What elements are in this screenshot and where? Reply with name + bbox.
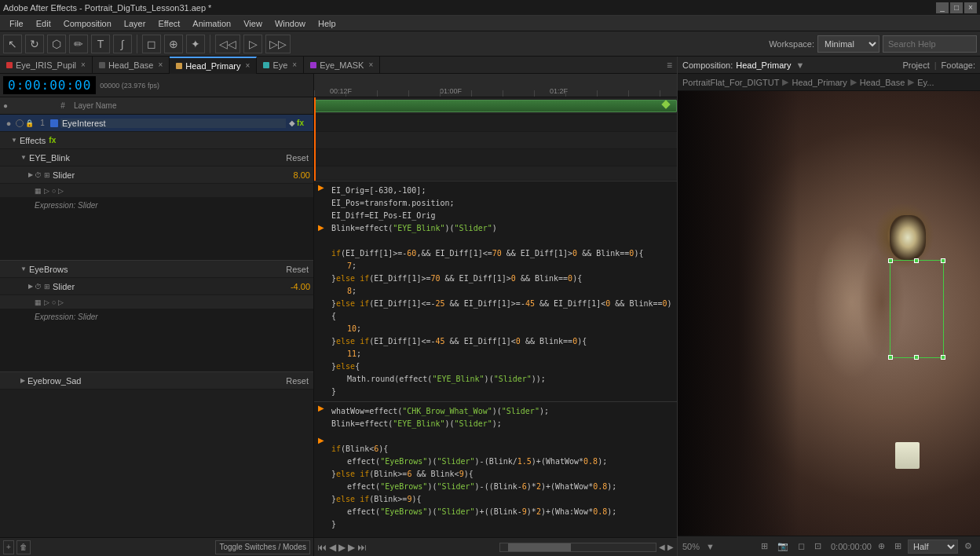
tool-pen[interactable]: ✏ (69, 35, 88, 53)
tool-puppet[interactable]: ✦ (186, 35, 205, 53)
tab-head-primary[interactable]: Head_Primary × (170, 57, 257, 74)
delete-layer-button[interactable]: 🗑 (16, 540, 31, 554)
tab-close-eye[interactable]: × (292, 60, 297, 69)
tab-close-eye-iris[interactable]: × (81, 60, 86, 69)
comp-channel-button[interactable]: ⊕ (875, 540, 888, 553)
eyebrows-slider-row[interactable]: ▶ ⏱ ⊞ Slider -4.00 (0, 278, 313, 295)
breadcrumb-2[interactable]: Head_Primary (792, 78, 847, 87)
search-input[interactable] (883, 35, 977, 53)
tab-eye[interactable]: Eye × (257, 57, 304, 74)
tl-skip-start[interactable]: ⏮ (317, 542, 327, 553)
expr-enable-2[interactable]: ▦ (35, 298, 42, 306)
slider-triangle-1[interactable]: ▶ (28, 171, 33, 178)
tl-prev-frame[interactable]: ◀ (329, 542, 336, 553)
expr-arrow-1[interactable]: ▷ (58, 187, 64, 195)
menu-view[interactable]: View (237, 17, 269, 30)
tl-play[interactable]: ▶ (338, 542, 346, 553)
handle-bm[interactable] (914, 355, 919, 360)
handle-br[interactable] (941, 355, 945, 360)
tab-menu-icon[interactable]: ≡ (662, 60, 677, 71)
effects-group-row[interactable]: ▼ Effects fx (0, 132, 313, 149)
eyebrows-reset[interactable]: Reset (286, 265, 309, 274)
tool-select[interactable]: ↖ (3, 35, 22, 53)
eyebrow-sad-reset[interactable]: Reset (286, 376, 309, 386)
minimize-button[interactable]: _ (936, 2, 949, 13)
tool-text[interactable]: T (91, 35, 110, 53)
tab-head-base[interactable]: Head_Base × (93, 57, 170, 74)
menu-composition[interactable]: Composition (57, 17, 118, 30)
tl-scroll-right[interactable]: ▶ (667, 543, 674, 551)
comp-settings-button[interactable]: ⚙ (961, 540, 975, 553)
add-layer-button[interactable]: + (3, 540, 14, 554)
tl-scroll-left[interactable]: ◀ (659, 543, 665, 551)
comp-show-snapshot[interactable]: ◻ (795, 540, 808, 553)
expr-circle-1[interactable]: ○ (52, 187, 56, 195)
handle-tr[interactable] (941, 258, 945, 263)
menu-layer[interactable]: Layer (118, 17, 152, 30)
tl-scrollbar-thumb[interactable] (508, 543, 571, 551)
slider-stopwatch-2[interactable]: ⏱ (35, 283, 42, 291)
slider-value-1[interactable]: 8.00 (294, 170, 310, 180)
tool-brush[interactable]: ∫ (113, 35, 132, 53)
comp-snapshot-button[interactable]: 📷 (774, 540, 792, 553)
menu-file[interactable]: File (3, 17, 30, 30)
comp-grid-button[interactable]: ⊞ (891, 540, 905, 553)
handle-tl[interactable] (888, 258, 893, 263)
eyebrows-row[interactable]: ▼ EyeBrows Reset (0, 261, 313, 278)
expr-arrow-2[interactable]: ▷ (58, 298, 64, 306)
eye-blink-slider-row[interactable]: ▶ ⏱ ⊞ Slider 8.00 (0, 166, 313, 184)
expr-graph-1[interactable]: ▷ (44, 187, 49, 195)
expr-graph-2[interactable]: ▷ (44, 298, 49, 306)
menu-edit[interactable]: Edit (30, 17, 57, 30)
slider-value-2[interactable]: -4.00 (291, 282, 310, 291)
layer-lock-1[interactable]: 🔒 (25, 119, 35, 127)
handle-tm[interactable] (914, 258, 919, 263)
close-button[interactable]: × (964, 2, 977, 13)
breadcrumb-1[interactable]: PortraitFlat_For_DIGTUT (682, 78, 779, 87)
layer-solo-1[interactable] (16, 119, 24, 127)
tl-scrollbar[interactable] (499, 543, 656, 552)
zoom-dropdown[interactable]: ▼ (703, 540, 718, 553)
comp-tab-footage[interactable]: Footage: (942, 60, 975, 70)
breadcrumb-3[interactable]: Head_Base (860, 78, 905, 87)
comp-tab-project[interactable]: Project (902, 60, 929, 70)
toggle-switches-button[interactable]: Toggle Switches / Modes (215, 540, 310, 554)
effects-triangle[interactable]: ▼ (11, 137, 17, 144)
eyebrows-triangle[interactable]: ▼ (20, 265, 27, 273)
eyebrow-sad-triangle[interactable]: ▶ (20, 377, 25, 384)
tl-skip-end[interactable]: ⏭ (357, 542, 367, 553)
comp-fit-button[interactable]: ⊞ (758, 540, 771, 553)
eye-blink-triangle[interactable]: ▼ (20, 154, 27, 161)
slider-triangle-2[interactable]: ▶ (28, 283, 33, 290)
handle-bl[interactable] (888, 355, 893, 360)
tab-eye-mask[interactable]: Eye_MASK × (304, 57, 380, 74)
tab-close-head-primary[interactable]: × (246, 61, 250, 70)
window-controls[interactable]: _ □ × (936, 2, 977, 13)
eyebrow-sad-row[interactable]: ▶ Eyebrow_Sad Reset (0, 372, 313, 390)
playback-next[interactable]: ▷▷ (265, 35, 291, 53)
expr-circle-2[interactable]: ○ (52, 298, 56, 306)
playback-play[interactable]: ▷ (243, 35, 262, 53)
eye-blink-reset[interactable]: Reset (286, 153, 309, 163)
tl-next-frame[interactable]: ▶ (348, 542, 355, 553)
menu-animation[interactable]: Animation (186, 17, 237, 30)
slider-stopwatch-1[interactable]: ⏱ (35, 171, 42, 179)
comp-quality-select[interactable]: Half Full Quarter (908, 540, 958, 554)
menu-window[interactable]: Window (269, 17, 312, 30)
layer-name-1[interactable]: EyeInterest (60, 119, 286, 128)
workspace-select[interactable]: Minimal Standard All Panels (817, 35, 879, 53)
comp-region-button[interactable]: ⊡ (811, 540, 825, 553)
breadcrumb-4[interactable]: Ey... (917, 78, 934, 87)
playback-prev[interactable]: ◁◁ (215, 35, 240, 53)
menu-help[interactable]: Help (312, 17, 342, 30)
layer-keyframe-1[interactable]: ◆ (289, 119, 295, 127)
eye-blink-row[interactable]: ▼ EYE_Blink Reset (0, 149, 313, 166)
tool-rotate[interactable]: ↻ (25, 35, 44, 53)
tool-camera[interactable]: ⬡ (47, 35, 66, 53)
tool-clone[interactable]: ⊕ (164, 35, 183, 53)
menu-effect[interactable]: Effect (152, 17, 186, 30)
tab-close-eye-mask[interactable]: × (368, 60, 373, 69)
expr-enable-1[interactable]: ▦ (35, 187, 42, 195)
layer-vis-1[interactable]: ● (3, 119, 14, 128)
comp-dropdown[interactable]: ▼ (796, 60, 805, 70)
